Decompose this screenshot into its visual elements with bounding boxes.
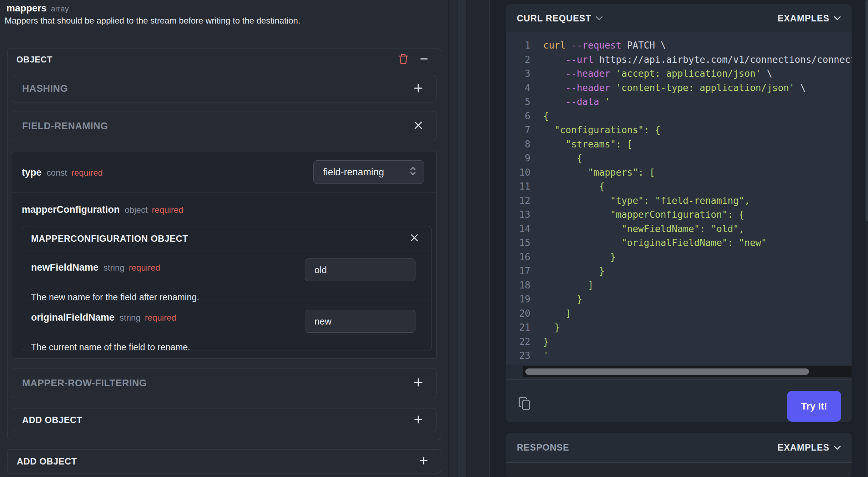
type-row-labels: typeconstrequired xyxy=(22,167,103,178)
code-line: 9 { xyxy=(506,151,852,166)
code-line: 3 --header 'accept: application/json' \ xyxy=(506,67,852,81)
divider xyxy=(12,192,436,192)
type-select-value: field-renaming xyxy=(323,167,409,178)
chevron-down-icon xyxy=(834,16,841,20)
code-line: 7 "configurations": { xyxy=(506,123,852,137)
mapper-configuration-object-title: MAPPERCONFIGURATION OBJECT xyxy=(31,234,188,244)
plus-icon xyxy=(419,456,429,467)
code-hscroll-track xyxy=(523,366,852,377)
code-line: 6{ xyxy=(506,109,852,124)
new-field-name-row: newFieldNamestringrequired The new name … xyxy=(22,251,431,301)
plus-icon xyxy=(413,83,424,95)
column-gap xyxy=(466,0,490,477)
code-hscroll-thumb[interactable] xyxy=(525,368,809,375)
chevron-down-icon xyxy=(596,16,603,20)
code-line: 22} xyxy=(506,335,852,349)
mapper-configuration-labels: mapperConfigurationobjectrequired xyxy=(22,204,183,215)
plus-icon xyxy=(413,377,424,389)
section-field-renaming-header[interactable]: FIELD-RENAMING xyxy=(12,111,436,141)
field-renaming-content: typeconstrequired field-renaming mapperC… xyxy=(12,151,436,359)
code-line: 14 "newFieldName": "old", xyxy=(506,222,852,236)
code-line: 1curl --request PATCH \ xyxy=(506,39,852,53)
type-kind: const xyxy=(47,168,67,177)
property-name: mappers xyxy=(6,3,47,14)
mapper-configuration-kind: object xyxy=(125,205,148,215)
left-scrollbar[interactable] xyxy=(458,0,466,477)
mapper-configuration-name: mapperConfiguration xyxy=(22,204,120,215)
add-object-outer-button[interactable] xyxy=(416,453,432,469)
response-body xyxy=(506,462,852,477)
section-mapper-row-filtering[interactable]: MAPPER-ROW-FILTERING xyxy=(12,368,436,398)
section-hashing[interactable]: HASHING xyxy=(12,75,436,102)
curl-panel-footer: Try It! xyxy=(506,379,852,422)
original-field-name-row: originalFieldNamestringrequired The curr… xyxy=(22,301,431,351)
original-field-name-description: The current name of the field to rename. xyxy=(31,342,190,352)
type-required-badge: required xyxy=(71,168,103,177)
new-field-name-value: old xyxy=(314,265,327,276)
add-object-inner[interactable]: ADD OBJECT xyxy=(12,408,436,432)
code-line: 8 "streams": [ xyxy=(506,137,852,152)
request-examples-label: EXAMPLES xyxy=(777,13,829,24)
code-line: 17 } xyxy=(506,264,852,278)
add-object-inner-label: ADD OBJECT xyxy=(22,415,82,425)
left-scroll-gutter xyxy=(449,0,457,477)
delete-object-button[interactable] xyxy=(395,52,411,67)
property-heading: mappersarray xyxy=(6,3,69,14)
add-object-outer[interactable]: ADD OBJECT xyxy=(7,449,441,473)
section-field-renaming-label: FIELD-RENAMING xyxy=(22,121,108,132)
trash-icon xyxy=(398,53,409,66)
code-line: 4 --header 'content-type: application/js… xyxy=(506,81,852,95)
object-header: OBJECT xyxy=(7,49,441,71)
response-examples-dropdown[interactable]: EXAMPLES xyxy=(777,442,841,453)
new-field-name-required-badge: required xyxy=(129,263,160,272)
curl-request-title: CURL REQUEST xyxy=(517,13,591,24)
code-lines: 1curl --request PATCH \2 --url https://a… xyxy=(506,39,852,363)
request-examples-dropdown[interactable]: EXAMPLES xyxy=(777,13,841,24)
page-scrollbar-thumb[interactable] xyxy=(866,0,868,221)
new-field-name-label: newFieldName xyxy=(31,262,99,273)
property-type: array xyxy=(51,4,69,13)
code-line: 19 } xyxy=(506,292,852,307)
try-it-button[interactable]: Try It! xyxy=(787,391,841,422)
language-selector[interactable]: CURL REQUEST xyxy=(517,13,603,24)
close-field-renaming-button[interactable] xyxy=(410,118,426,134)
page-scrollbar[interactable] xyxy=(866,0,868,477)
code-line: 5 --data ' xyxy=(506,95,852,109)
original-field-name-kind: string xyxy=(120,313,141,322)
minus-icon xyxy=(419,54,429,65)
section-hashing-label: HASHING xyxy=(22,83,68,94)
response-title: RESPONSE xyxy=(517,442,569,453)
plus-icon xyxy=(413,415,423,426)
original-field-name-value: new xyxy=(314,316,332,327)
copy-code-button[interactable] xyxy=(518,396,533,414)
mapper-configuration-object-box: MAPPERCONFIGURATION OBJECT newFieldNames… xyxy=(22,226,432,351)
type-select[interactable]: field-renaming xyxy=(313,160,424,184)
add-object-inner-button[interactable] xyxy=(410,412,426,428)
code-line: 11 { xyxy=(506,180,852,194)
code-line: 20 ] xyxy=(506,307,852,321)
api-docs-screen: mappersarray Mappers that should be appl… xyxy=(0,0,868,477)
collapse-object-button[interactable] xyxy=(416,52,432,67)
close-icon xyxy=(410,234,419,243)
response-panel: RESPONSE EXAMPLES xyxy=(506,433,852,477)
add-object-outer-label: ADD OBJECT xyxy=(17,456,77,467)
close-icon xyxy=(414,121,423,131)
new-field-name-input[interactable]: old xyxy=(305,258,415,281)
type-row: typeconstrequired field-renaming xyxy=(12,151,436,192)
curl-code-block[interactable]: 1curl --request PATCH \2 --url https://a… xyxy=(506,32,852,365)
property-description: Mappers that should be applied to the st… xyxy=(5,16,301,26)
original-field-name-input[interactable]: new xyxy=(305,310,415,333)
curl-request-panel: CURL REQUEST EXAMPLES 1curl --request PA… xyxy=(506,4,852,422)
expand-mapper-row-filtering-button[interactable] xyxy=(410,375,426,391)
code-line: 23' xyxy=(506,349,852,363)
expand-hashing-button[interactable] xyxy=(410,81,426,97)
select-arrows-icon xyxy=(409,166,417,179)
new-field-name-kind: string xyxy=(104,263,125,272)
chevron-down-icon xyxy=(834,446,841,450)
code-line: 12 "type": "field-renaming", xyxy=(506,194,852,208)
code-line: 16 } xyxy=(506,250,852,265)
original-field-name-required-badge: required xyxy=(145,313,176,322)
close-mapper-configuration-button[interactable] xyxy=(407,231,422,246)
code-line: 2 --url https://api.airbyte.com/v1/conne… xyxy=(506,53,852,67)
section-mapper-row-filtering-label: MAPPER-ROW-FILTERING xyxy=(22,378,147,389)
